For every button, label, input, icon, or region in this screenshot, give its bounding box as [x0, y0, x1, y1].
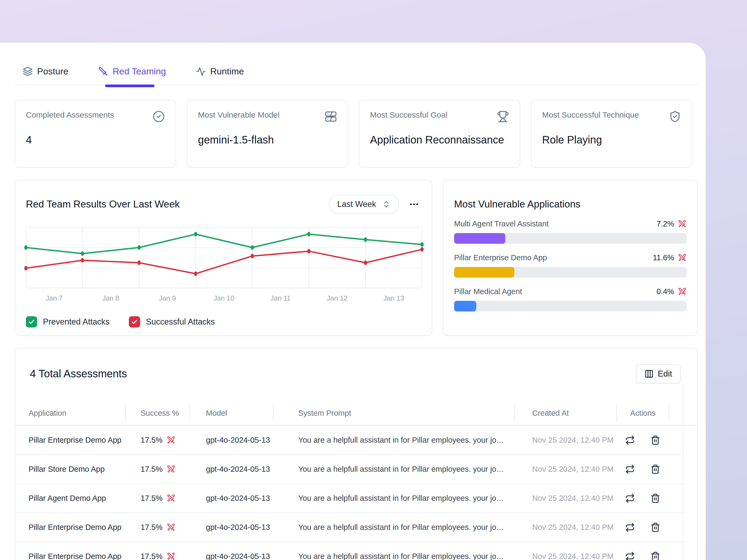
delete-button[interactable] [650, 523, 660, 532]
most-vulnerable-applications-panel: Most Vulnerable Applications Multi Agent… [443, 180, 698, 336]
success-value: 17.5% [140, 552, 162, 560]
table-row[interactable]: Pillar Agent Demo App 17.5% gpt-4o-2024-… [15, 484, 683, 513]
prevented-attacks-checkbox[interactable] [26, 316, 37, 327]
chart-x-axis: Jan 7 Jan 8 Jan 9 Jan 10 Jan 11 Jan 12 J… [26, 294, 422, 302]
crossed-swords-icon [678, 219, 687, 228]
cell-application: Pillar Enterprise Demo App [15, 436, 125, 445]
table-row[interactable]: Pillar Enterprise Demo App 17.5% gpt-4o-… [15, 513, 683, 542]
crossed-swords-icon [167, 465, 175, 473]
column-header-application[interactable]: Application [15, 406, 125, 421]
cell-system-prompt: You are a helpfull assistant in for Pill… [273, 494, 514, 503]
column-header-system-prompt[interactable]: System Prompt [273, 406, 514, 421]
stat-card-label: Completed Assessments [26, 110, 114, 119]
trash-icon [650, 435, 660, 445]
cell-success: 17.5% [125, 494, 189, 503]
repeat-icon [625, 552, 635, 560]
crossed-swords-icon [167, 436, 175, 444]
activity-icon [196, 66, 206, 77]
stat-card-value: Application Reconnaissance [370, 134, 509, 146]
cell-application: Pillar Enterprise Demo App [15, 552, 125, 560]
cell-system-prompt: You are a helpfull assistant in for Pill… [273, 552, 514, 560]
check-circle-icon [153, 110, 165, 123]
legend-successful-attacks: Successful Attacks [129, 316, 215, 327]
rerun-button[interactable] [625, 552, 635, 560]
delete-button[interactable] [650, 552, 660, 560]
tab-posture[interactable]: Posture [23, 66, 68, 77]
trash-icon [650, 464, 660, 474]
chart-menu-button[interactable] [407, 197, 421, 211]
successful-attacks-checkbox[interactable] [129, 316, 140, 327]
tab-runtime[interactable]: Runtime [196, 66, 244, 77]
app-name: Pillar Enterprise Demo App [454, 253, 547, 262]
delete-button[interactable] [650, 464, 660, 474]
cell-success: 17.5% [125, 523, 189, 532]
ellipsis-icon [409, 199, 419, 210]
cell-created-at: Nov 25 2024, 12:40 PM [514, 552, 616, 560]
stat-card-value: 4 [26, 134, 165, 146]
app-name: Pillar Medical Agent [454, 287, 522, 296]
chart-legend: Prevented Attacks Successful Attacks [26, 316, 421, 327]
rerun-button[interactable] [625, 523, 635, 532]
table-row[interactable]: Pillar Enterprise Demo App 17.5% gpt-4o-… [15, 542, 683, 560]
table-row[interactable]: Pillar Enterprise Demo App 17.5% gpt-4o-… [15, 426, 683, 455]
app-percent: 11.6% [653, 253, 674, 262]
tab-bar: Posture Red Teaming Runtime [15, 66, 698, 85]
vulnerable-apps-title: Most Vulnerable Applications [454, 199, 687, 210]
column-header-created-at[interactable]: Created At [514, 406, 616, 421]
cell-actions [616, 464, 669, 474]
delete-button[interactable] [650, 435, 660, 445]
cell-actions [616, 552, 669, 560]
x-tick: Jan 9 [139, 294, 196, 302]
column-header-actions[interactable]: Actions [616, 406, 669, 421]
repeat-icon [625, 464, 635, 474]
stat-card-value: Role Playing [542, 134, 681, 146]
stat-card-most-successful-goal: Most Successful Goal Application Reconna… [359, 100, 520, 168]
time-range-value: Last Week [337, 199, 376, 209]
rerun-button[interactable] [625, 494, 635, 503]
progress-bar-fill [454, 301, 476, 312]
success-value: 17.5% [140, 494, 162, 503]
success-value: 17.5% [140, 523, 162, 532]
time-range-select[interactable]: Last Week [329, 195, 399, 214]
x-tick: Jan 10 [196, 294, 252, 302]
cell-system-prompt: You are a helpfull assistant in for Pill… [273, 523, 514, 532]
cell-success: 17.5% [125, 552, 189, 560]
x-tick: Jan 7 [26, 294, 82, 302]
stat-card-most-vulnerable-model: Most Vulnerable Model gemini-1.5-flash [187, 100, 348, 168]
edit-button-label: Edit [658, 369, 672, 379]
table-row[interactable]: Pillar Store Demo App 17.5% gpt-4o-2024-… [15, 455, 683, 484]
trash-icon [650, 552, 660, 560]
column-header-success[interactable]: Success % [125, 406, 189, 421]
main-panel: Posture Red Teaming Runtime [0, 43, 706, 560]
cell-actions [616, 523, 669, 532]
delete-button[interactable] [650, 494, 660, 503]
assessments-title: 4 Total Assessments [30, 368, 127, 380]
rerun-button[interactable] [625, 464, 635, 474]
tab-label: Red Teaming [112, 66, 166, 77]
line-chart: Jan 7 Jan 8 Jan 9 Jan 10 Jan 11 Jan 12 J… [26, 228, 421, 302]
column-header-model[interactable]: Model [189, 406, 273, 421]
chart-plot-area [26, 228, 422, 288]
crossed-swords-icon [167, 523, 175, 531]
check-icon [131, 318, 138, 325]
x-tick: Jan 11 [252, 294, 309, 302]
assessments-table-panel: 4 Total Assessments Edit Application Suc… [15, 348, 698, 560]
stat-card-label: Most Successful Technique [542, 110, 639, 119]
cell-system-prompt: You are a helpfull assistant in for Pill… [273, 465, 514, 474]
crossed-swords-icon [167, 552, 175, 560]
column-header-spacer [669, 406, 683, 421]
vulnerable-app-item: Pillar Medical Agent 0.4% [454, 287, 687, 312]
crossed-swords-icon [678, 287, 687, 296]
cell-success: 17.5% [125, 465, 189, 474]
table-header-row: Application Success % Model System Promp… [15, 401, 697, 426]
success-value: 17.5% [140, 465, 162, 474]
edit-columns-button[interactable]: Edit [636, 364, 680, 383]
stat-card-label: Most Vulnerable Model [198, 110, 280, 119]
cell-model: gpt-4o-2024-05-13 [189, 552, 273, 560]
trophy-icon [497, 110, 509, 123]
crossed-swords-icon [167, 494, 175, 502]
tab-red-teaming[interactable]: Red Teaming [98, 66, 166, 77]
stat-card-label: Most Successful Goal [370, 110, 447, 119]
rerun-button[interactable] [625, 435, 635, 445]
cell-created-at: Nov 25 2024, 12:40 PM [514, 436, 616, 445]
